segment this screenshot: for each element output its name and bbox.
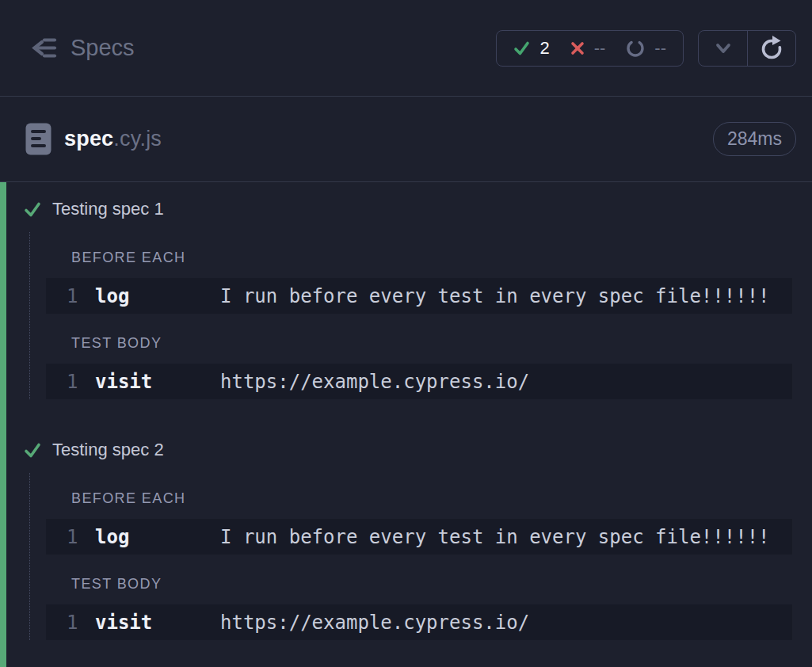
- test-item-1: Testing spec 1 BEFORE EACH 1 log I run b…: [6, 199, 812, 399]
- chevron-down-icon: [712, 38, 734, 59]
- failed-count: --: [594, 38, 606, 59]
- command-number: 1: [67, 285, 95, 307]
- command-message: I run before every test in every spec fi…: [220, 526, 770, 548]
- spec-name-extension: .cy.js: [113, 127, 162, 151]
- passed-count: 2: [539, 38, 549, 59]
- command-row-visit[interactable]: 1 visit https://example.cypress.io/: [46, 364, 792, 399]
- test-passed-check-icon: [24, 201, 41, 218]
- section-label-test-body: TEST BODY: [71, 314, 812, 352]
- command-row-visit[interactable]: 1 visit https://example.cypress.io/: [46, 604, 792, 640]
- test-passed-check-icon: [24, 442, 41, 459]
- stat-passed: 2: [513, 38, 549, 59]
- restart-tests-button[interactable]: [747, 31, 795, 66]
- command-row-log[interactable]: 1 log I run before every test in every s…: [46, 278, 792, 314]
- test-stats-group: 2 -- --: [496, 30, 684, 67]
- section-label-before-each: BEFORE EACH: [71, 473, 812, 507]
- reporter-controls-group: [698, 30, 796, 67]
- passed-check-icon: [513, 40, 530, 56]
- command-message: https://example.cypress.io/: [220, 612, 529, 634]
- spec-duration-badge: 284ms: [713, 122, 796, 156]
- test-results-panel: Testing spec 1 BEFORE EACH 1 log I run b…: [0, 182, 812, 667]
- command-name: log: [95, 526, 220, 548]
- failed-x-icon: [570, 41, 585, 55]
- spec-name-primary: spec: [64, 127, 113, 151]
- spec-file-name: spec.cy.js: [64, 127, 162, 151]
- command-message: https://example.cypress.io/: [220, 371, 529, 393]
- test-body: BEFORE EACH 1 log I run before every tes…: [29, 232, 812, 399]
- section-label-test-body: TEST BODY: [71, 555, 812, 593]
- command-number: 1: [67, 371, 95, 393]
- stat-pending: --: [626, 38, 666, 59]
- test-title-row[interactable]: Testing spec 2: [6, 440, 812, 460]
- page-title: Specs: [71, 35, 135, 61]
- pending-count: --: [654, 38, 666, 59]
- specs-list-toggle-button[interactable]: [26, 36, 58, 60]
- collapse-all-button[interactable]: [699, 31, 747, 66]
- stat-failed: --: [570, 38, 606, 59]
- panel-collapse-arrow-icon: [26, 36, 58, 60]
- spec-file-header: spec.cy.js 284ms: [0, 97, 812, 182]
- section-label-before-each: BEFORE EACH: [71, 232, 812, 266]
- test-item-2: Testing spec 2 BEFORE EACH 1 log I run b…: [6, 440, 812, 640]
- reporter-header: Specs 2 --: [0, 0, 812, 97]
- restart-icon: [758, 35, 785, 62]
- pending-ring-icon: [626, 39, 645, 58]
- test-title: Testing spec 1: [52, 199, 164, 219]
- spec-file-icon: [25, 123, 51, 155]
- command-number: 1: [67, 612, 95, 634]
- command-row-log[interactable]: 1 log I run before every test in every s…: [46, 519, 792, 555]
- test-title: Testing spec 2: [52, 440, 164, 460]
- test-title-row[interactable]: Testing spec 1: [6, 199, 812, 219]
- command-name: log: [95, 285, 220, 307]
- command-message: I run before every test in every spec fi…: [220, 285, 770, 307]
- command-name: visit: [95, 612, 220, 634]
- command-name: visit: [95, 371, 220, 393]
- command-number: 1: [67, 526, 95, 548]
- test-body: BEFORE EACH 1 log I run before every tes…: [29, 473, 812, 640]
